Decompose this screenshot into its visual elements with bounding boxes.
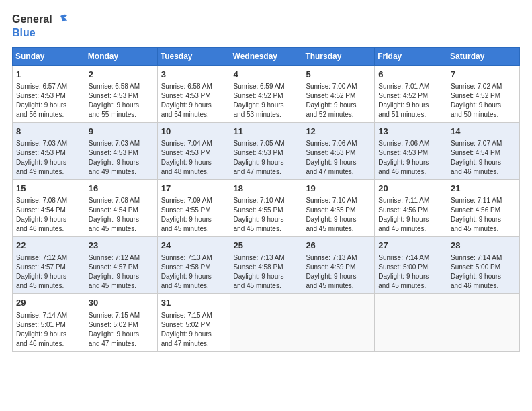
calendar-week-2: 8Sunrise: 7:03 AMSunset: 4:53 PMDaylight… [13,122,520,179]
column-header-saturday: Saturday [447,47,520,65]
column-header-monday: Monday [85,47,157,65]
table-row: 19Sunrise: 7:10 AMSunset: 4:55 PMDayligh… [302,179,375,236]
table-row: 8Sunrise: 7:03 AMSunset: 4:53 PMDaylight… [13,122,85,179]
table-row: 17Sunrise: 7:09 AMSunset: 4:55 PMDayligh… [157,179,230,236]
column-header-wednesday: Wednesday [230,47,302,65]
table-row: 2Sunrise: 6:58 AMSunset: 4:53 PMDaylight… [85,65,157,122]
table-row: 20Sunrise: 7:11 AMSunset: 4:56 PMDayligh… [375,179,447,236]
column-header-thursday: Thursday [302,47,375,65]
table-row: 11Sunrise: 7:05 AMSunset: 4:53 PMDayligh… [230,122,302,179]
calendar-week-4: 22Sunrise: 7:12 AMSunset: 4:57 PMDayligh… [13,237,520,294]
table-row: 10Sunrise: 7:04 AMSunset: 4:53 PMDayligh… [157,122,230,179]
table-row: 6Sunrise: 7:01 AMSunset: 4:52 PMDaylight… [375,65,447,122]
table-row [302,294,375,351]
table-row: 4Sunrise: 6:59 AMSunset: 4:52 PMDaylight… [230,65,302,122]
page-header: General Blue [12,12,520,39]
table-row: 22Sunrise: 7:12 AMSunset: 4:57 PMDayligh… [13,237,85,294]
logo: General Blue [12,12,69,39]
table-row: 26Sunrise: 7:13 AMSunset: 4:59 PMDayligh… [302,237,375,294]
logo-text-blue: Blue [12,27,36,39]
calendar-week-5: 29Sunrise: 7:14 AMSunset: 5:01 PMDayligh… [13,294,520,351]
table-row: 30Sunrise: 7:15 AMSunset: 5:02 PMDayligh… [85,294,157,351]
calendar-table: SundayMondayTuesdayWednesdayThursdayFrid… [12,47,520,352]
table-row: 1Sunrise: 6:57 AMSunset: 4:53 PMDaylight… [13,65,85,122]
table-row: 5Sunrise: 7:00 AMSunset: 4:52 PMDaylight… [302,65,375,122]
table-row: 31Sunrise: 7:15 AMSunset: 5:02 PMDayligh… [157,294,230,351]
table-row [447,294,520,351]
table-row: 12Sunrise: 7:06 AMSunset: 4:53 PMDayligh… [302,122,375,179]
table-row: 21Sunrise: 7:11 AMSunset: 4:56 PMDayligh… [447,179,520,236]
table-row [230,294,302,351]
table-row: 23Sunrise: 7:12 AMSunset: 4:57 PMDayligh… [85,237,157,294]
table-row: 16Sunrise: 7:08 AMSunset: 4:54 PMDayligh… [85,179,157,236]
table-row: 18Sunrise: 7:10 AMSunset: 4:55 PMDayligh… [230,179,302,236]
column-header-tuesday: Tuesday [157,47,230,65]
logo-container: General Blue [12,12,69,39]
table-row: 24Sunrise: 7:13 AMSunset: 4:58 PMDayligh… [157,237,230,294]
column-header-friday: Friday [375,47,447,65]
table-row: 13Sunrise: 7:06 AMSunset: 4:53 PMDayligh… [375,122,447,179]
calendar-header-row: SundayMondayTuesdayWednesdayThursdayFrid… [13,47,520,65]
logo-text-general: General [12,13,52,26]
logo-bird-icon [54,12,69,27]
table-row: 14Sunrise: 7:07 AMSunset: 4:54 PMDayligh… [447,122,520,179]
column-header-sunday: Sunday [13,47,85,65]
table-row: 3Sunrise: 6:58 AMSunset: 4:53 PMDaylight… [157,65,230,122]
calendar-week-1: 1Sunrise: 6:57 AMSunset: 4:53 PMDaylight… [13,65,520,122]
table-row [375,294,447,351]
table-row: 7Sunrise: 7:02 AMSunset: 4:52 PMDaylight… [447,65,520,122]
table-row: 28Sunrise: 7:14 AMSunset: 5:00 PMDayligh… [447,237,520,294]
table-row: 29Sunrise: 7:14 AMSunset: 5:01 PMDayligh… [13,294,85,351]
calendar-week-3: 15Sunrise: 7:08 AMSunset: 4:54 PMDayligh… [13,179,520,236]
table-row: 27Sunrise: 7:14 AMSunset: 5:00 PMDayligh… [375,237,447,294]
table-row: 15Sunrise: 7:08 AMSunset: 4:54 PMDayligh… [13,179,85,236]
table-row: 9Sunrise: 7:03 AMSunset: 4:53 PMDaylight… [85,122,157,179]
table-row: 25Sunrise: 7:13 AMSunset: 4:58 PMDayligh… [230,237,302,294]
